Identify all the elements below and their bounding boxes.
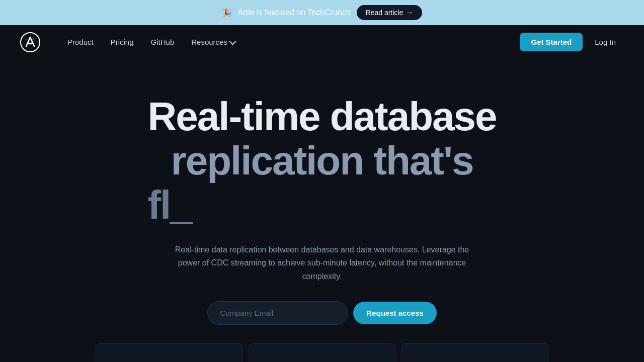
read-article-button[interactable]: Read article → [357, 5, 423, 20]
hero-title-line3: fl_ [147, 183, 496, 227]
svg-point-0 [21, 33, 40, 52]
announcement-text: Artie is featured on TechCrunch [238, 8, 351, 17]
nav-product-label: Product [67, 38, 94, 46]
nav-actions: Get Started Log In [520, 33, 624, 51]
login-button[interactable]: Log In [587, 33, 624, 51]
hero-subtitle: Real-time data replication between datab… [171, 243, 473, 283]
artie-logo-icon [20, 32, 40, 52]
get-started-button[interactable]: Get Started [520, 33, 583, 51]
chevron-down-icon [229, 38, 236, 45]
nav-link-resources[interactable]: Resources [184, 34, 242, 50]
announcement-emoji: 🎉 [222, 8, 232, 18]
preview-panel-1 [96, 343, 243, 362]
nav-github-label: GitHub [151, 38, 175, 46]
hero-form: Request access [207, 301, 436, 325]
arrow-icon: → [406, 9, 413, 17]
nav-link-github[interactable]: GitHub [144, 34, 182, 50]
dashboard-preview [96, 343, 548, 362]
company-email-input[interactable] [207, 301, 348, 325]
get-started-label: Get Started [531, 38, 572, 46]
preview-panel-2 [249, 343, 395, 362]
nav-pricing-label: Pricing [111, 38, 134, 46]
read-article-label: Read article [366, 9, 404, 17]
nav-resources-label: Resources [191, 38, 227, 46]
hero-title-line1: Real-time database [147, 95, 496, 139]
nav-link-pricing[interactable]: Pricing [104, 34, 141, 50]
nav-link-product[interactable]: Product [60, 34, 101, 50]
hero-section: Real-time database replication that's fl… [0, 59, 644, 362]
request-access-label: Request access [366, 309, 423, 317]
nav-logo[interactable] [20, 32, 40, 52]
hero-title: Real-time database replication that's fl… [147, 95, 496, 227]
request-access-button[interactable]: Request access [353, 302, 436, 324]
nav-links: Product Pricing GitHub Resources [60, 34, 520, 50]
announcement-banner: 🎉 Artie is featured on TechCrunch Read a… [0, 0, 644, 25]
main-nav: Product Pricing GitHub Resources Get Sta… [0, 25, 644, 59]
preview-panel-3 [401, 343, 548, 362]
login-label: Log In [595, 38, 616, 46]
hero-title-line2: replication that's [147, 139, 496, 183]
